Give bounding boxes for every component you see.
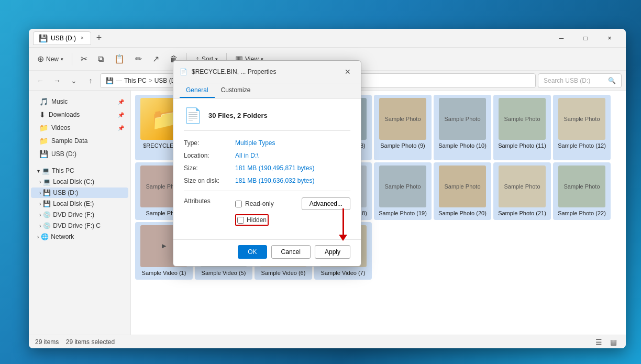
attributes-row: Attributes Read-only Advanced... Hidden: [184, 197, 350, 226]
new-button[interactable]: ⊕ New ▾: [33, 51, 68, 67]
local-e-arrow-icon[interactable]: ›: [39, 201, 41, 207]
list-item[interactable]: Sample Photo Sample Photo (10): [434, 95, 491, 160]
list-view-button[interactable]: ☰: [592, 336, 605, 348]
file-label: Sample Photo (12): [558, 142, 606, 149]
search-box[interactable]: Search USB (D:) 🔍: [538, 73, 622, 88]
sidebar-item-usb[interactable]: 💾 USB (D:): [31, 148, 128, 160]
downloads-icon: ⬇: [39, 111, 46, 119]
list-item[interactable]: Sample Photo Sample Photo (19): [374, 162, 432, 220]
sidebar-item-videos[interactable]: 📁 Videos 📌: [31, 122, 128, 134]
search-icon: 🔍: [608, 77, 616, 84]
cancel-button[interactable]: Cancel: [271, 245, 311, 259]
photo-thumbnail: Sample Photo: [379, 98, 426, 140]
tab-customize[interactable]: Customize: [215, 83, 257, 98]
file-label: Sample Photo (21): [498, 209, 546, 217]
readonly-label: Read-only: [245, 200, 274, 207]
tab-general[interactable]: General: [180, 83, 215, 98]
hidden-checkbox[interactable]: [237, 217, 244, 224]
photo-thumbnail: Sample Photo: [558, 98, 605, 140]
tree-this-pc[interactable]: ▾ 💻 This PC: [31, 166, 128, 176]
up-button[interactable]: ↑: [83, 73, 98, 88]
location-value: All in D:\: [235, 152, 350, 159]
location-label: Location:: [184, 152, 231, 159]
dvd-fc-label: DVD Drive (F:) C: [53, 222, 101, 229]
this-pc-icon: 💻: [42, 167, 50, 174]
ok-button[interactable]: OK: [238, 245, 267, 259]
tree-dvd-fc[interactable]: › 💿 DVD Drive (F:) C: [31, 220, 128, 231]
list-item[interactable]: Sample Photo Sample Photo (21): [493, 162, 551, 220]
location-row: Location: All in D:\: [184, 152, 350, 159]
list-item[interactable]: Sample Photo Sample Photo (12): [553, 95, 611, 160]
tree-usb-d[interactable]: › 💾 USB (D:): [31, 187, 128, 198]
list-item[interactable]: Sample Photo Sample Photo (20): [434, 162, 491, 220]
dvd-fc-arrow-icon[interactable]: ›: [39, 223, 41, 229]
tab-close-button[interactable]: ×: [79, 35, 85, 41]
path-this-pc[interactable]: This PC: [124, 77, 147, 84]
hidden-checkbox-row: Hidden: [235, 214, 350, 226]
dialog-icon-row: 📄 30 Files, 2 Folders: [184, 107, 350, 131]
network-arrow-icon[interactable]: ›: [37, 234, 39, 240]
tree-network[interactable]: › 🌐 Network: [31, 231, 128, 242]
list-item[interactable]: Sample Photo Sample Photo (9): [374, 95, 432, 160]
window-controls: ─ □ ×: [549, 29, 622, 48]
usb-d-arrow-icon[interactable]: ›: [39, 190, 41, 196]
list-item[interactable]: Sample Photo Sample Photo (11): [493, 95, 551, 160]
selected-count: 29 items selected: [66, 338, 115, 346]
tree-local-e[interactable]: › 💾 Local Disk (E:): [31, 198, 128, 209]
close-button[interactable]: ×: [598, 29, 622, 48]
maximize-button[interactable]: □: [573, 29, 598, 48]
photo-thumbnail: Sample Photo: [439, 98, 486, 140]
file-label: Sample Video (6): [261, 269, 306, 277]
music-icon: 🎵: [39, 97, 48, 106]
apply-button[interactable]: Apply: [315, 245, 350, 259]
file-label: Sample Photo (10): [438, 142, 487, 149]
address-drive-icon: 💾: [106, 77, 114, 84]
status-right: ☰ ▦: [592, 336, 620, 348]
sample-data-icon: 📁: [39, 137, 48, 145]
file-label: Sample Video (5): [202, 269, 246, 277]
active-tab[interactable]: 💾 USB (D:) ×: [33, 31, 91, 45]
paste-button[interactable]: 📋: [110, 51, 129, 67]
toolbar-separator-1: [72, 53, 72, 65]
new-tab-button[interactable]: +: [93, 31, 105, 45]
list-item[interactable]: Sample Photo Sample Photo (22): [553, 162, 611, 220]
recent-button[interactable]: ⌄: [67, 73, 81, 88]
this-pc-arrow-icon[interactable]: ▾: [37, 168, 40, 174]
local-e-label: Local Disk (E:): [53, 200, 94, 207]
file-label: Sample Video (7): [321, 269, 366, 277]
tree-local-c[interactable]: › 💻 Local Disk (C:): [31, 177, 128, 187]
photo-thumbnail: Sample Photo: [558, 166, 605, 207]
tab-title: USB (D:): [51, 35, 76, 42]
photo-thumbnail: Sample Photo: [439, 166, 486, 207]
sidebar-item-sample-data[interactable]: 📁 Sample Data: [31, 135, 128, 147]
local-c-arrow-icon[interactable]: ›: [39, 179, 41, 185]
hidden-checkbox-highlight: Hidden: [235, 214, 269, 226]
sidebar-label-videos: Videos: [51, 124, 70, 131]
paste-icon: 📋: [114, 54, 125, 64]
dvd-f-arrow-icon[interactable]: ›: [39, 212, 41, 218]
forward-button[interactable]: →: [50, 73, 64, 88]
share-button[interactable]: ↗: [148, 51, 163, 67]
size-row: Size: 181 MB (190,495,871 bytes): [184, 164, 350, 172]
share-icon: ↗: [152, 54, 159, 64]
grid-view-button[interactable]: ▦: [607, 336, 620, 348]
local-c-label: Local Disk (C:): [53, 178, 94, 185]
cut-button[interactable]: ✂: [76, 51, 92, 67]
back-button[interactable]: ←: [33, 73, 48, 88]
readonly-checkbox[interactable]: [235, 201, 242, 207]
local-c-icon: 💻: [43, 178, 51, 185]
sidebar-item-downloads[interactable]: ⬇ Downloads 📌: [31, 108, 128, 121]
tab-area: 💾 USB (D:) × +: [33, 31, 549, 45]
size-on-disk-label: Size on disk:: [184, 177, 231, 184]
sidebar-item-music[interactable]: 🎵 Music 📌: [31, 95, 128, 108]
dialog-title: 📄 $RECYCLE.BIN, ... Properties: [180, 68, 276, 75]
tree-dvd-f[interactable]: › 💿 DVD Drive (F:): [31, 209, 128, 220]
dvd-f-icon: 💿: [43, 211, 51, 218]
dialog-close-button[interactable]: ✕: [341, 65, 355, 79]
copy-button[interactable]: ⧉: [94, 52, 108, 67]
minimize-button[interactable]: ─: [549, 29, 573, 48]
rename-button[interactable]: ✏: [131, 51, 146, 67]
size-value: 181 MB (190,495,871 bytes): [235, 164, 350, 172]
photo-thumbnail: Sample Photo: [499, 166, 546, 207]
new-label: New: [46, 56, 59, 63]
